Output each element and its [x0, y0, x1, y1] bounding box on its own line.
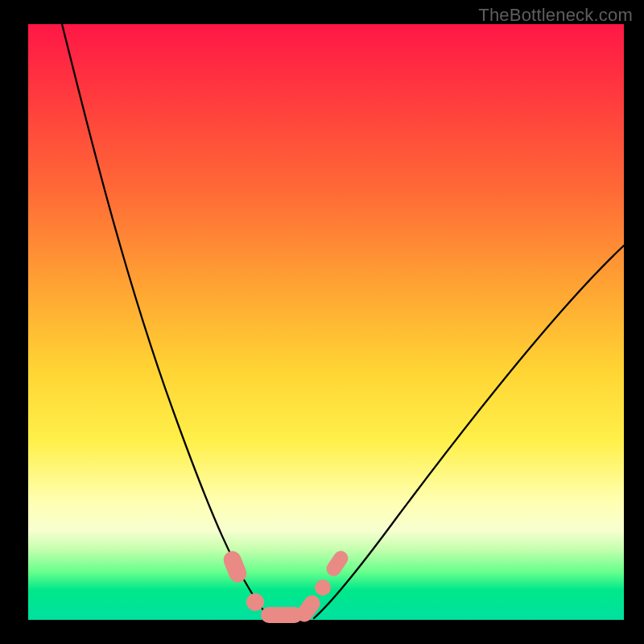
- curve-marker: [246, 593, 264, 611]
- curve-marker: [315, 580, 331, 596]
- watermark-text: TheBottleneck.com: [478, 5, 633, 26]
- plot-area: [28, 24, 624, 620]
- left-curve: [62, 24, 270, 618]
- right-curve: [314, 246, 624, 618]
- outer-frame: TheBottleneck.com: [0, 0, 644, 644]
- curve-layer: [28, 24, 624, 620]
